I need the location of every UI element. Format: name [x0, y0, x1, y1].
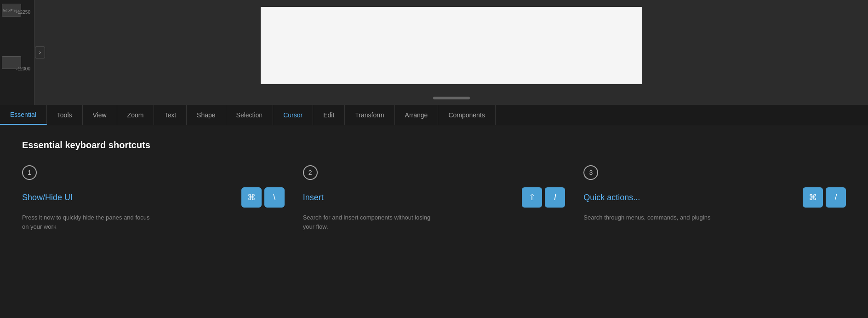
key-cmd-1: ⌘: [241, 187, 262, 208]
shortcut-header-2: Insert ⇧ I: [303, 187, 565, 208]
step-circle-3: 3: [583, 165, 598, 180]
shortcut-desc-2: Search for and insert components without…: [303, 213, 432, 231]
shortcut-name-1: Show/Hide UI: [22, 193, 73, 202]
shift-icon: ⇧: [529, 192, 536, 202]
slash-icon: /: [834, 193, 837, 202]
tab-cursor[interactable]: Cursor: [273, 105, 313, 125]
left-panel: Intro Pres... -12250 -12000: [0, 0, 34, 105]
key-backslash-1: \: [264, 187, 285, 208]
shortcut-name-2: Insert: [303, 193, 324, 202]
shortcut-keys-1: ⌘ \: [241, 187, 285, 208]
tab-transform[interactable]: Transform: [345, 105, 394, 125]
backslash-icon: \: [273, 193, 275, 202]
i-icon: I: [554, 193, 556, 202]
canvas-area: Intro Pres... -12250 -12000 ›: [0, 0, 868, 105]
tab-selection[interactable]: Selection: [226, 105, 274, 125]
tab-bar: Essential Tools View Zoom Text Shape Sel…: [0, 105, 868, 125]
content-area: Essential keyboard shortcuts 1 Show/Hide…: [0, 125, 868, 246]
key-cmd-3: ⌘: [803, 187, 823, 208]
tab-arrange[interactable]: Arrange: [395, 105, 439, 125]
tab-zoom[interactable]: Zoom: [117, 105, 154, 125]
section-title: Essential keyboard shortcuts: [22, 140, 846, 150]
tab-edit[interactable]: Edit: [313, 105, 345, 125]
shortcut-name-3: Quick actions...: [583, 193, 640, 202]
cmd-icon: ⌘: [247, 192, 256, 202]
shortcut-keys-3: ⌘ /: [803, 187, 846, 208]
canvas-main: [34, 0, 868, 105]
tab-components[interactable]: Components: [438, 105, 495, 125]
scroll-handle[interactable]: [433, 97, 470, 99]
step-circle-2: 2: [303, 165, 318, 180]
canvas-frame: [261, 7, 642, 84]
step-circle-1: 1: [22, 165, 37, 180]
tab-view[interactable]: View: [83, 105, 117, 125]
chevron-right-icon: ›: [39, 49, 41, 56]
key-shift-2: ⇧: [522, 187, 542, 208]
key-slash-3: /: [826, 187, 846, 208]
shortcut-desc-3: Search through menus, commands, and plug…: [583, 213, 712, 222]
shortcut-keys-2: ⇧ I: [522, 187, 565, 208]
tab-essential[interactable]: Essential: [0, 105, 47, 125]
cmd-icon-3: ⌘: [809, 192, 817, 202]
shortcuts-grid: 1 Show/Hide UI ⌘ \ Press it now to quick…: [22, 165, 846, 231]
tab-tools[interactable]: Tools: [47, 105, 83, 125]
tab-shape[interactable]: Shape: [187, 105, 226, 125]
shortcut-item-2: 2 Insert ⇧ I Search for and insert compo…: [303, 165, 565, 231]
key-i-2: I: [545, 187, 565, 208]
ruler-label-bottom: -12000: [16, 67, 30, 71]
shortcut-item-1: 1 Show/Hide UI ⌘ \ Press it now to quick…: [22, 165, 285, 231]
shortcut-item-3: 3 Quick actions... ⌘ / Search through me…: [583, 165, 846, 231]
shortcut-desc-1: Press it now to quickly hide the panes a…: [22, 213, 151, 231]
shortcut-header-3: Quick actions... ⌘ /: [583, 187, 846, 208]
ruler-label-top: -12250: [16, 10, 30, 15]
shortcut-header-1: Show/Hide UI ⌘ \: [22, 187, 285, 208]
tab-text[interactable]: Text: [154, 105, 187, 125]
sidebar-toggle-button[interactable]: ›: [35, 46, 45, 58]
